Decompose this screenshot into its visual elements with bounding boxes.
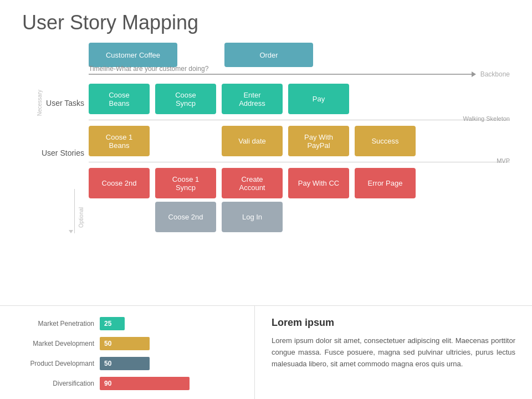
opt-create-account[interactable]: CreateAccount (222, 168, 283, 198)
necessary-label: Necessary (37, 90, 43, 116)
bottom-section: Market Penetration 25 Market Development… (0, 306, 532, 399)
bar-label-0: Market Penetration (17, 320, 94, 328)
opt-coose2nd[interactable]: Coose 2nd (89, 168, 150, 198)
bar-row-product-development: Product Developmant 50 (17, 357, 238, 370)
walking-skeleton-separator: Walking Skeleton (89, 120, 510, 120)
story-pay-paypal[interactable]: Pay WithPayPal (288, 126, 349, 156)
bar-1: 50 (100, 337, 150, 350)
bar-chart-section: Market Penetration 25 Market Development… (0, 306, 255, 399)
bar-label-2: Product Developmant (17, 360, 94, 367)
optional-row-1: Coose 2nd Coose 1Syncp CreateAccount Pay… (89, 168, 510, 198)
lorem-ipsum-section: Lorem ipsum Lorem ipsum dolor sit amet, … (255, 306, 532, 399)
opt2-coose2nd[interactable]: Coose 2nd (155, 202, 216, 232)
opt-error-page[interactable]: Error Page (355, 168, 416, 198)
story-map-body: Necessary User Tasks User Stories Option… (22, 84, 510, 233)
bar-0: 25 (100, 317, 125, 330)
opt-pay-cc[interactable]: Pay With CC (288, 168, 349, 198)
user-tasks-label: User Tasks (46, 99, 84, 108)
opt-coose1-syncp[interactable]: Coose 1Syncp (155, 168, 216, 198)
epic-row: Customer Coffee Order (89, 40, 510, 67)
bar-row-diversification: Diversification 90 (17, 377, 238, 390)
user-stories-label: User Stories (42, 149, 84, 157)
story-success[interactable]: Success (355, 126, 416, 156)
task-enter-address[interactable]: EnterAddress (222, 84, 283, 114)
opt2-login[interactable]: Log In (222, 202, 283, 232)
mvp-label: MVP (497, 157, 510, 164)
optional-label: Optional (78, 183, 84, 228)
row-labels: Necessary User Tasks User Stories Option… (22, 84, 89, 233)
mvp-separator: MVP (89, 162, 510, 162)
lorem-text: Lorem ipsum dolor sit amet, consectetuer… (272, 335, 515, 370)
backbone-label: Backbone (480, 70, 510, 78)
timeline-row: Timeline-What are your customer doing? B… (89, 67, 510, 81)
optional-arrow (69, 230, 73, 233)
lorem-title: Lorem ipsum (272, 317, 515, 329)
optional-label-group: Optional (22, 178, 89, 233)
user-stories-label-group: User Stories (22, 134, 89, 172)
map-grid: CooseBeans CooseSyncp EnterAddress Pay W… (89, 84, 510, 233)
task-pay[interactable]: Pay (288, 84, 349, 114)
page-title: User Story Mapping (0, 0, 532, 40)
bar-row-market-development: Market Development 50 (17, 337, 238, 350)
task-coose-beans[interactable]: CooseBeans (89, 84, 150, 114)
bar-label-1: Market Development (17, 340, 94, 347)
epic-order[interactable]: Order (224, 43, 313, 67)
story-coose1-beans[interactable]: Coose 1Beans (89, 126, 150, 156)
bar-2: 50 (100, 357, 150, 370)
timeline-text: Timeline-What are your customer doing? (89, 65, 208, 73)
timeline-arrow (472, 71, 476, 77)
story-map-section: Customer Coffee Order Timeline-What are … (0, 40, 532, 306)
story-validate[interactable]: Vali date (222, 126, 283, 156)
optional-row-2: Coose 2nd Log In (155, 202, 510, 232)
walking-skeleton-label: Walking Skeleton (463, 115, 510, 122)
epic-customer-coffee[interactable]: Customer Coffee (89, 43, 177, 67)
user-tasks-label-group: Necessary User Tasks (22, 84, 89, 122)
task-coose-syncp[interactable]: CooseSyncp (155, 84, 216, 114)
stories-row: Coose 1Beans Vali date Pay WithPayPal Su… (89, 126, 510, 156)
optional-line (74, 189, 75, 233)
tasks-row: CooseBeans CooseSyncp EnterAddress Pay (89, 84, 510, 114)
bar-row-market-penetration: Market Penetration 25 (17, 317, 238, 330)
bar-3: 90 (100, 377, 190, 390)
bar-label-3: Diversification (17, 380, 94, 387)
